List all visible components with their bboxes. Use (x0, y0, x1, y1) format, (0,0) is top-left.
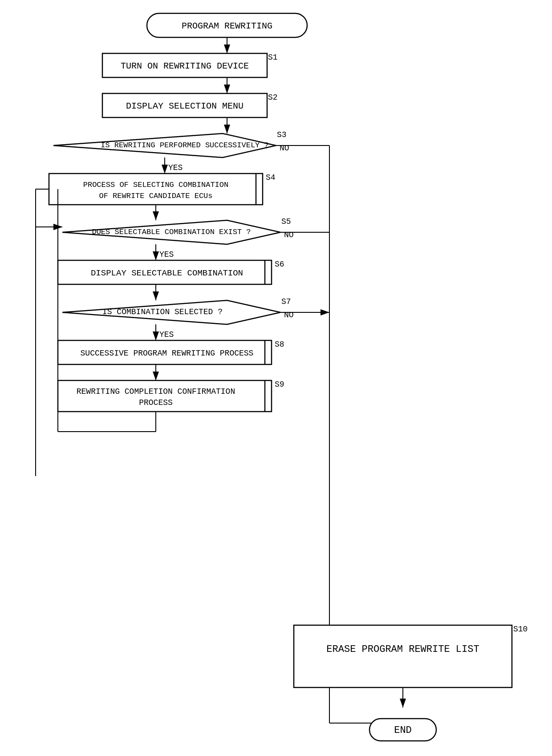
s7-yes: YES (159, 330, 174, 339)
s1-label: TURN ON REWRITING DEVICE (121, 61, 249, 71)
s4-label-2: OF REWRITE CANDIDATE ECUs (99, 192, 212, 200)
s2-label: DISPLAY SELECTION MENU (126, 101, 244, 111)
s4-step: S4 (266, 173, 276, 182)
s7-label: IS COMBINATION SELECTED ? (102, 307, 223, 316)
s2-step: S2 (268, 93, 278, 102)
s3-yes: YES (168, 163, 183, 172)
start-label: PROGRAM REWRITING (182, 21, 272, 31)
s7-step: S7 (281, 297, 291, 306)
s9-label-2: PROCESS (139, 398, 173, 407)
end-label: END (394, 725, 412, 736)
s8-label: SUCCESSIVE PROGRAM REWRITING PROCESS (81, 349, 254, 358)
s3-label: IS REWRITING PERFORMED SUCCESSIVELY ? (101, 141, 268, 150)
s9-step: S9 (275, 380, 284, 389)
s6-label: DISPLAY SELECTABLE COMBINATION (91, 268, 243, 278)
s5-yes: YES (159, 250, 174, 259)
s10-step: S10 (513, 625, 528, 634)
s3-step: S3 (277, 130, 287, 139)
s9-label-1: REWRITING COMPLETION CONFIRMATION (77, 387, 235, 396)
s8-step: S8 (275, 340, 284, 349)
flowchart-container: PROGRAM REWRITING TURN ON REWRITING DEVI… (0, 0, 552, 756)
s1-step: S1 (268, 53, 278, 62)
s10-label-1: ERASE PROGRAM REWRITE LIST (326, 644, 479, 655)
s5-step: S5 (281, 217, 291, 226)
s5-label: DOES SELECTABLE COMBINATION EXIST ? (92, 228, 251, 236)
s4-label-1: PROCESS OF SELECTING COMBINATION (83, 181, 228, 189)
svg-rect-37 (294, 625, 512, 687)
s6-step: S6 (275, 260, 284, 269)
